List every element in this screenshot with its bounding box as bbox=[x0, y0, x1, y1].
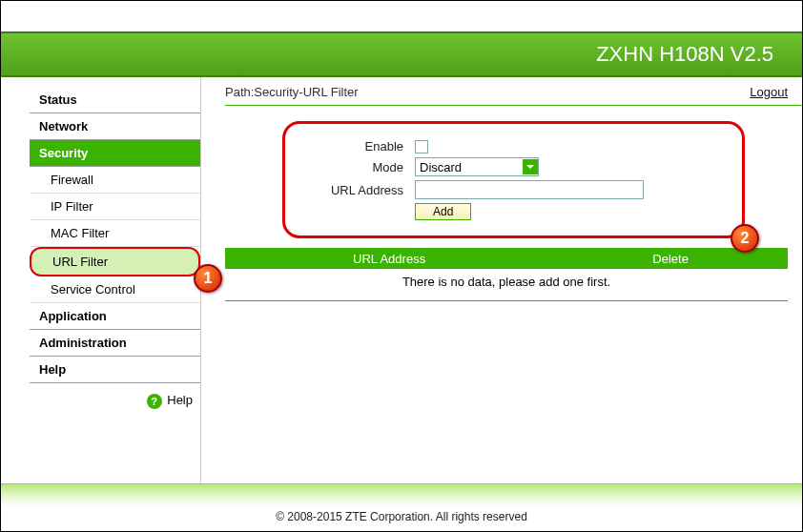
sidebar-item-ip-filter[interactable]: IP Filter bbox=[30, 194, 200, 220]
sidebar-item-administration[interactable]: Administration bbox=[30, 330, 200, 357]
help-icon: ? bbox=[147, 394, 162, 409]
sidebar: Status Network Security Firewall IP Filt… bbox=[30, 77, 201, 483]
mode-select[interactable]: Discard bbox=[415, 157, 539, 176]
sidebar-item-mac-filter[interactable]: MAC Filter bbox=[30, 220, 200, 247]
sidebar-item-security[interactable]: Security bbox=[30, 140, 200, 167]
sidebar-item-application[interactable]: Application bbox=[30, 303, 200, 330]
sidebar-item-url-filter[interactable]: URL Filter bbox=[30, 247, 200, 276]
chevron-down-icon bbox=[523, 159, 538, 174]
url-label: URL Address bbox=[300, 183, 415, 197]
enable-label: Enable bbox=[300, 139, 415, 153]
path-bar: Path:Security-URL Filter Logout bbox=[225, 77, 802, 106]
footer-gradient bbox=[1, 483, 802, 506]
sidebar-item-network[interactable]: Network bbox=[30, 113, 200, 140]
footer-copyright: © 2008-2015 ZTE Corporation. All rights … bbox=[1, 506, 802, 532]
content-area: Path:Security-URL Filter Logout Enable M… bbox=[201, 77, 802, 483]
mode-label: Mode bbox=[300, 160, 415, 174]
device-title: ZXHN H108N V2.5 bbox=[596, 42, 773, 67]
table-empty-message: There is no data, please add one first. bbox=[225, 269, 788, 301]
help-label: Help bbox=[167, 393, 193, 407]
url-table: URL Address Delete There is no data, ple… bbox=[225, 248, 802, 301]
table-col-url: URL Address bbox=[225, 252, 553, 266]
breadcrumb: Path:Security-URL Filter bbox=[225, 85, 359, 99]
topbar-spacer bbox=[1, 1, 802, 31]
enable-checkbox[interactable] bbox=[415, 140, 428, 153]
table-col-delete: Delete bbox=[553, 252, 788, 266]
sidebar-item-service-control[interactable]: Service Control bbox=[30, 276, 200, 303]
header-bar: ZXHN H108N V2.5 bbox=[1, 31, 802, 77]
form-highlight-frame: Enable Mode Discard URL Address Add bbox=[282, 121, 745, 238]
help-link[interactable]: ? Help bbox=[30, 383, 200, 419]
sidebar-item-firewall[interactable]: Firewall bbox=[30, 167, 200, 194]
add-button[interactable]: Add bbox=[415, 203, 471, 220]
sidebar-item-status[interactable]: Status bbox=[30, 87, 200, 113]
sidebar-item-help[interactable]: Help bbox=[30, 357, 200, 383]
table-header: URL Address Delete bbox=[225, 248, 788, 269]
callout-2: 2 bbox=[731, 224, 759, 253]
mode-select-value: Discard bbox=[420, 160, 462, 174]
logout-link[interactable]: Logout bbox=[750, 85, 788, 99]
url-address-input[interactable] bbox=[415, 180, 644, 199]
